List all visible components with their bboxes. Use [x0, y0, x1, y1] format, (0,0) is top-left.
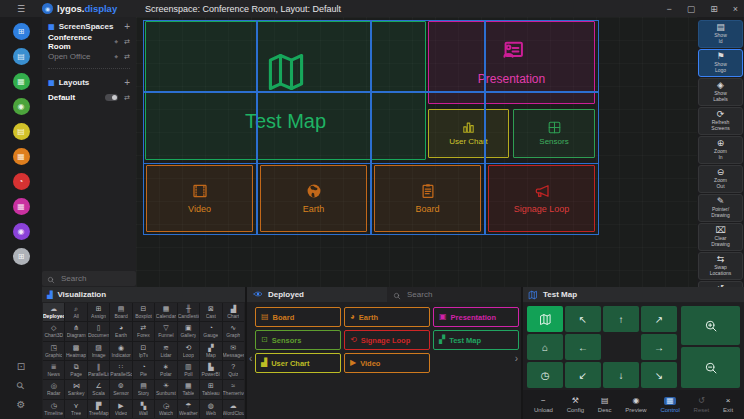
show-labels-button[interactable]: ◈Show Labels: [698, 78, 743, 106]
sidebar-search-input[interactable]: [59, 273, 133, 284]
viz-item-treemap[interactable]: ▛TreeMap: [88, 400, 109, 418]
viz-item-table[interactable]: ▦Table: [178, 380, 199, 398]
viz-item-scala[interactable]: ∠Scala: [88, 380, 109, 398]
pan-up-button[interactable]: ↑: [603, 306, 639, 332]
viz-item-assign[interactable]: ⊞Assign: [88, 303, 109, 321]
config-button[interactable]: ⚒Config: [567, 397, 584, 413]
screen-cell[interactable]: [143, 163, 257, 235]
viz-item-document[interactable]: ▯Document: [88, 322, 109, 340]
deployed-chip-test-map[interactable]: ▞Test Map: [433, 330, 519, 350]
deployed-search-input[interactable]: [405, 289, 499, 300]
app-purple[interactable]: ◉: [13, 223, 30, 240]
screen-cell[interactable]: [257, 92, 371, 164]
viz-item-chart3d[interactable]: ◇Chart3D: [43, 322, 64, 340]
map-zoom-in-button[interactable]: [681, 306, 740, 345]
viz-item-video[interactable]: ▶Video: [110, 400, 131, 418]
viz-item-messages[interactable]: ✉Messages: [223, 342, 244, 360]
viz-item-wordcloud[interactable]: ☁WordCloud: [223, 400, 244, 418]
viz-item-iptv[interactable]: ⊡IpTv: [133, 342, 154, 360]
screen-cell[interactable]: [485, 163, 599, 235]
pointer-drawing-button[interactable]: ✎Pointer/ Drawing: [698, 194, 743, 222]
show-logo-button[interactable]: ⚑Show Logo: [698, 49, 743, 77]
position-icon[interactable]: ⌖: [114, 38, 118, 46]
app-red[interactable]: ◔: [13, 173, 30, 190]
viz-item-tableau[interactable]: ⊞Tableau: [200, 380, 221, 398]
viz-item-funnel[interactable]: ▽Funnel: [155, 322, 176, 340]
viz-item-polar[interactable]: ∗Polar: [155, 361, 176, 379]
viz-item-indicator[interactable]: ◉Indicator: [110, 342, 131, 360]
viz-item-chart[interactable]: ▟Chart: [223, 303, 244, 321]
viz-item-watch[interactable]: ◶Watch: [155, 400, 176, 418]
fullscreen-icon[interactable]: ▢: [687, 4, 696, 14]
zoom-out-button[interactable]: ⊖Zoom Out: [698, 165, 743, 193]
viz-item-weather[interactable]: ☂Weather: [178, 400, 199, 418]
viz-item-story[interactable]: ▤Story: [133, 380, 154, 398]
deployed-tab[interactable]: Deployed: [247, 287, 387, 302]
viz-item-candlestick[interactable]: ╫Candlestick: [178, 303, 199, 321]
deployed-chip-signage-loop[interactable]: ⟲Signage Loop: [344, 330, 430, 350]
screen-cell[interactable]: [257, 20, 371, 92]
deployed-chip-presentation[interactable]: ▣Presentation: [433, 307, 519, 327]
pan-right-button[interactable]: →: [641, 334, 677, 360]
exit-button[interactable]: ×Exit: [723, 397, 733, 413]
screen-cell[interactable]: [143, 20, 257, 92]
scene-3d-button[interactable]: ⌂: [527, 334, 563, 360]
swap-locations-button[interactable]: ⇆Swap Locations: [698, 252, 743, 280]
deployed-chip-sensors[interactable]: ⊡Sensors: [255, 330, 341, 350]
show-map-button[interactable]: [527, 306, 563, 332]
viz-item-gallery[interactable]: ▣Gallery: [178, 322, 199, 340]
unload-button[interactable]: −Unload: [534, 397, 553, 413]
viz-item-graphic[interactable]: ◳Graphic: [43, 342, 64, 360]
viz-item-graph[interactable]: ∿Graph: [223, 322, 244, 340]
layout-item[interactable]: Default⇄: [42, 90, 136, 105]
viz-item-forex[interactable]: ⇄Forex: [133, 322, 154, 340]
screenspace-item[interactable]: Conference Room⌖⇄: [42, 34, 136, 49]
viz-item-themeriver[interactable]: ≈Themeriver: [223, 380, 244, 398]
viz-item-poll[interactable]: ▥Poll: [178, 361, 199, 379]
viz-item-board[interactable]: ▤Board: [110, 303, 131, 321]
app-gray[interactable]: ⊞: [13, 248, 30, 265]
preview-button[interactable]: ◉Preview: [625, 397, 646, 413]
pan-down-right-button[interactable]: ↘: [641, 362, 677, 388]
viz-item-cast[interactable]: ⊠Cast: [200, 303, 221, 321]
viz-item-news[interactable]: ≣News: [43, 361, 64, 379]
screen-cell[interactable]: [143, 92, 257, 164]
viz-item-parallelline[interactable]: ∥ParallelLine: [88, 361, 109, 379]
viz-item-sensor[interactable]: ⊚Sensor: [110, 380, 131, 398]
snap-grid-icon[interactable]: ⊞: [710, 4, 718, 14]
desc-button[interactable]: ▤Desc: [598, 397, 612, 413]
viz-item-tree[interactable]: ⋎Tree: [65, 400, 86, 418]
screen-cell[interactable]: [371, 92, 485, 164]
map-zoom-out-button[interactable]: [681, 347, 740, 388]
viz-item-gauge[interactable]: ◔Gauge: [200, 322, 221, 340]
position-icon[interactable]: ⌖: [114, 53, 118, 61]
screens-icon[interactable]: ⊡: [17, 362, 25, 372]
minimize-icon[interactable]: −: [666, 4, 671, 14]
pan-up-right-button[interactable]: ↗: [641, 306, 677, 332]
viz-item-sankey[interactable]: ⋈Sankey: [65, 380, 86, 398]
deployed-chip-user-chart[interactable]: ▟User Chart: [255, 353, 341, 373]
pan-up-left-button[interactable]: ↖: [565, 306, 601, 332]
viz-item-map[interactable]: ▞Map: [200, 342, 221, 360]
app-magenta[interactable]: ▦: [13, 198, 30, 215]
viz-item-boxplot[interactable]: ⊟Boxplot: [133, 303, 154, 321]
key-icon[interactable]: ⚲: [15, 380, 27, 392]
settings-icon[interactable]: ⚙: [17, 400, 26, 410]
screenspace-item[interactable]: Open Office⌖⇄: [42, 49, 136, 64]
shuffle-icon[interactable]: ⇄: [124, 53, 130, 61]
screen-cell[interactable]: [485, 92, 599, 164]
viz-item-powerbi[interactable]: ▙PowerBI: [200, 361, 221, 379]
screen-cell[interactable]: [371, 20, 485, 92]
viz-item-heatmap[interactable]: ▩Heatmap: [65, 342, 86, 360]
clear-drawing-button[interactable]: ⌧Clear Drawing: [698, 223, 743, 251]
menu-icon[interactable]: ☰: [0, 4, 42, 14]
viz-item-lidar[interactable]: ≋Lidar: [155, 342, 176, 360]
viz-item-all[interactable]: ⌕All: [65, 303, 86, 321]
viz-item-sunburst[interactable]: ☀Sunburst: [155, 380, 176, 398]
pan-down-button[interactable]: ↓: [603, 362, 639, 388]
sidebar-search[interactable]: [42, 271, 136, 286]
chips-next-button[interactable]: ›: [515, 353, 518, 364]
viz-item-deployed[interactable]: ☁Deployed: [43, 303, 64, 321]
viz-item-image[interactable]: ▨Image: [88, 342, 109, 360]
viz-item-parallelscatter[interactable]: ∷ParallelScatter: [110, 361, 131, 379]
